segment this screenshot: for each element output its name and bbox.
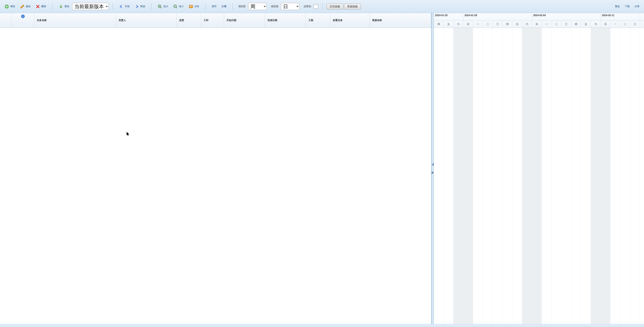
resource-panel-button[interactable]: 资源面板 [344,4,361,10]
timeline-day-column [434,28,444,324]
delete-icon [36,4,40,9]
timeline-day-label: 五 [512,20,522,28]
timeline-day-column [571,28,581,324]
version-select[interactable]: 当前最新版本 [72,3,108,10]
splitter-collapse-right-icon [432,171,434,174]
timeline-day-column [630,28,640,324]
zoom-in-icon [158,4,162,9]
collapse-label: 折叠 [222,5,226,8]
timeline-day-label: 日 [532,20,542,28]
timeline-day-column [610,28,620,324]
upgrade-button[interactable]: 升级 [117,4,132,10]
grid-header-info[interactable]: i [12,13,34,28]
zoom-in-button[interactable]: 放大 [156,4,170,10]
baseline-label: 基线 [64,5,69,8]
grid-header-duration[interactable]: 工期 [306,13,330,28]
timeline-day-column [532,28,542,324]
timeline-week-label: 2024-01-25 [434,13,463,20]
preview-button[interactable]: 预览 [613,4,622,9]
timeline-day-label: 六 [591,20,601,28]
add-icon [4,4,9,9]
grid-body[interactable] [0,28,431,324]
status-bar [0,324,644,327]
timeline-day-label: 六 [522,20,532,28]
top-scale-label: 顶刻度: [237,5,248,8]
timeline-day-label: 三 [562,20,571,28]
timeline-header-top: 2024-01-252024-01-282024-02-042024-02-11 [434,13,644,20]
edit-label: 修改 [26,5,31,8]
grid-header-owner[interactable]: 负责人 [116,13,177,28]
timeline-day-column [522,28,532,324]
timeline-week-label: 2024-02-11 [601,13,640,20]
downgrade-label: 降级 [140,5,145,8]
bottom-scale-select[interactable]: 日 [281,3,299,10]
main-area: i 任务名称 负责人 进度 工时 开始日期 完成日期 工期 前置任务 资源名称 [0,13,644,324]
grid-header-name[interactable]: 任务名称 [34,13,116,28]
calendar-panel-button[interactable]: 日历面板 [326,4,343,10]
timeline-day-column [493,28,502,324]
grid-header: i 任务名称 负责人 进度 工时 开始日期 完成日期 工期 前置任务 资源名称 [0,13,431,28]
toolbar-right-group: 预览 下载 分享 [613,4,642,9]
task-grid-pane: i 任务名称 负责人 进度 工时 开始日期 完成日期 工期 前置任务 资源名称 [0,13,432,324]
grid-header-resource[interactable]: 资源名称 [370,13,431,28]
svg-text:i: i [22,15,23,18]
grid-header-predecessor[interactable]: 前置任务 [330,13,370,28]
zoom-in-label: 放大 [163,5,168,8]
add-label: 增加 [10,5,15,8]
top-scale-select[interactable]: 周 [248,3,266,10]
timeline-day-label: 一 [610,20,620,28]
splitter-collapse-left-icon [432,163,434,166]
share-button[interactable]: 分享 [632,4,642,9]
add-button[interactable]: 增加 [2,4,17,10]
timeline-day-label: 二 [552,20,562,28]
task-label: 任务 [194,5,199,8]
downgrade-button[interactable]: 降级 [132,4,147,10]
timeline-day-label: 四 [434,20,444,28]
timeline-day-column [552,28,562,324]
info-icon: i [21,14,25,18]
download-label: 下载 [625,5,630,8]
timeline-day-column [601,28,610,324]
gantt-timeline-pane: 2024-01-252024-01-282024-02-042024-02-11… [434,13,644,324]
zoom-out-label: 缩小 [179,5,184,8]
timeline-day-label: 二 [483,20,493,28]
timeline-day-label: 五 [581,20,591,28]
timeline-day-label: 五 [444,20,454,28]
timeline-day-label: 日 [601,20,610,28]
timeline-day-label: 四 [502,20,512,28]
download-button[interactable]: 下载 [623,4,632,9]
timeline-week-label: 2024-02-04 [532,13,601,20]
task-button[interactable]: 任务 [187,4,202,10]
collapse-button[interactable]: 折叠 [220,4,228,9]
grid-header-progress[interactable]: 进度 [177,13,201,28]
timeline-day-column [454,28,463,324]
timeline-day-column [502,28,512,324]
timeline-day-column [512,28,522,324]
expand-button[interactable]: 展开 [210,4,219,9]
preview-label: 预览 [615,5,620,8]
delete-label: 删除 [41,5,46,8]
timeline-body[interactable] [434,28,644,324]
grid-header-hours[interactable]: 工时 [201,13,224,28]
timeline-day-label: 一 [473,20,483,28]
timeline-week-label: 2024-01-28 [463,13,532,20]
baseline-button[interactable]: 基线 [57,4,71,10]
arrow-left-icon [119,4,124,9]
edit-icon [20,4,24,9]
timeline-day-column [483,28,493,324]
progress-line-label: 进度线: [302,5,313,8]
toolbar-separator [206,3,206,10]
edit-button[interactable]: 修改 [18,4,33,10]
timeline-day-column [581,28,591,324]
pane-splitter[interactable] [432,13,434,324]
timeline-day-column [620,28,630,324]
zoom-out-button[interactable]: 缩小 [171,4,186,10]
timeline-day-label: 二 [620,20,630,28]
timeline-day-column [542,28,552,324]
grid-header-end[interactable]: 完成日期 [265,13,306,28]
delete-button[interactable]: 删除 [34,4,48,10]
progress-line-checkbox[interactable] [314,4,318,9]
timeline-day-label: 六 [454,20,463,28]
grid-header-start[interactable]: 开始日期 [224,13,265,28]
grid-header-rownum[interactable] [0,13,12,28]
